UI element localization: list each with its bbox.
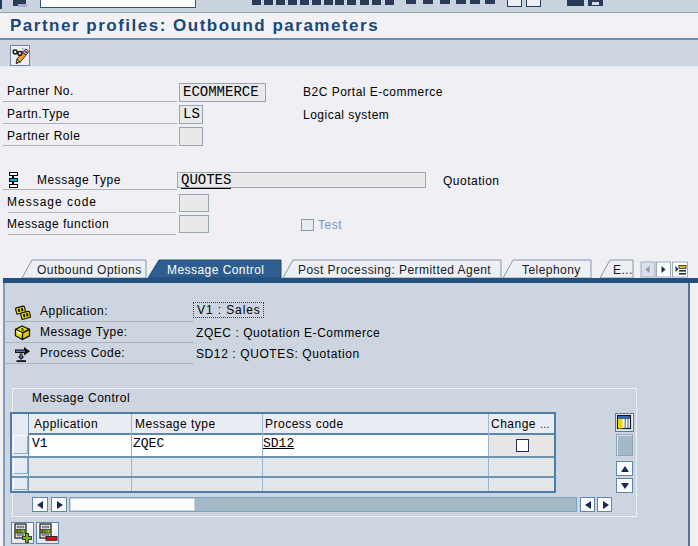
svg-text:Post Processing: Permitted Age: Post Processing: Permitted Agent [298,263,491,277]
svg-text:E...: E... [613,263,633,277]
svg-text:EDI: EDI [42,530,48,534]
svg-text:Outbound Options: Outbound Options [37,263,142,277]
svg-text:Message Control: Message Control [167,263,264,277]
svg-text:EDI: EDI [17,530,23,534]
svg-text:Telephony: Telephony [522,263,581,277]
